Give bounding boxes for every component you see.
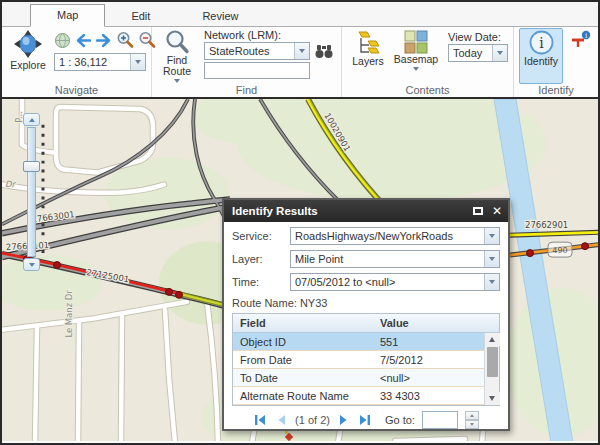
globe-icon[interactable] [54,32,71,49]
identify-route-locations-icon[interactable]: i [570,30,592,50]
layers-button[interactable]: Layers [346,29,390,68]
identify-results-dialog: Identify Results ✕ Service: RoadsHighway… [222,198,510,431]
application-window: Map Edit Review Explore [0,0,600,445]
time-combobox[interactable]: 07/05/2012 to <null> [290,273,500,291]
column-header-field: Field [233,314,373,332]
route-shield-label: 490 [552,246,567,255]
cell-field: To Date [233,372,373,384]
zoom-slider-thumb[interactable] [23,161,40,172]
table-row[interactable]: Alternate Route Name 33 4303 [233,387,499,405]
explore-button[interactable]: Explore [6,29,50,72]
cell-field: From Date [233,354,373,366]
explore-label: Explore [10,60,46,71]
street-label-dr: Dr [5,180,17,190]
time-label: Time: [232,276,290,288]
group-label-find: Find [152,84,341,96]
forward-arrow-icon[interactable] [95,32,113,49]
tab-map[interactable]: Map [30,4,105,27]
column-header-value: Value [373,314,499,332]
cell-value: 551 [373,336,499,348]
view-date-dropdown-button[interactable] [492,45,507,61]
zoom-in-icon[interactable] [116,31,135,49]
table-header-row: Field Value [233,314,499,333]
view-date-value: Today [449,47,492,59]
identify-button[interactable]: i Identify [519,28,563,84]
zoom-slider-track[interactable] [27,127,36,257]
layer-value: Mile Point [291,253,484,265]
service-label: Service: [232,230,290,242]
map-canvas[interactable]: 490 27663001 27663101 27125001 27662901 … [2,97,598,441]
find-route-label-2: Route [163,66,191,77]
dialog-title: Identify Results [232,205,318,217]
view-date-combobox[interactable]: Today [448,44,508,62]
group-label-identify: Identify [514,84,598,96]
network-lrm-label: Network (LRM): [204,29,281,41]
maximize-icon[interactable] [473,207,483,215]
info-circle-icon: i [528,29,555,56]
zoom-slider-down-button[interactable] [23,258,40,271]
scale-value: 1 : 36,112 [55,56,130,68]
layer-combobox[interactable]: Mile Point [290,250,500,268]
first-page-icon[interactable] [253,413,267,427]
scale-combobox[interactable]: 1 : 36,112 [54,53,146,71]
layer-tree-icon [355,30,381,56]
tab-review[interactable]: Review [176,6,264,27]
service-dropdown-button[interactable] [484,228,499,244]
record-pager: (1 of 2) Go to: [232,406,500,429]
back-arrow-icon[interactable] [74,32,92,49]
spinner-up-icon[interactable] [465,411,479,420]
group-contents: Layers Basemap View Date: Today Contents [342,27,514,97]
map-tiles-icon [404,30,428,54]
scrollbar-thumb[interactable] [487,347,498,377]
down-triangle-icon [29,263,35,267]
scroll-up-icon[interactable] [485,333,500,346]
dialog-titlebar[interactable]: Identify Results ✕ [224,200,508,222]
find-route-dropdown-arrow-icon [174,79,180,83]
layer-dropdown-button[interactable] [484,251,499,267]
network-lrm-dropdown-button[interactable] [294,43,309,59]
dialog-body: Service: RoadsHighways/NewYorkRoads Laye… [224,222,508,429]
group-label-navigate: Navigate [2,84,151,96]
goto-input[interactable] [422,411,458,429]
find-route-magnifier-icon [164,29,190,55]
basemap-dropdown-arrow-icon [413,67,419,71]
group-identify: i Identify i Identify [514,27,598,97]
spinner-down-icon[interactable] [465,420,479,429]
close-icon[interactable]: ✕ [492,206,502,216]
previous-page-icon[interactable] [274,413,288,427]
scroll-down-icon[interactable] [485,392,500,405]
last-page-icon[interactable] [358,413,372,427]
nav-tools-row [54,31,157,49]
svg-text:i: i [539,35,544,51]
attributes-table: Field Value Object ID 551 From Date 7/5/… [232,313,500,406]
find-route-button[interactable]: Find Route [156,28,198,84]
table-scrollbar[interactable] [484,333,499,405]
table-row[interactable]: Object ID 551 [233,333,499,351]
route-yellow-right [510,232,598,235]
table-row[interactable]: From Date 7/5/2012 [233,351,499,369]
binoculars-icon[interactable] [315,44,333,59]
service-combobox[interactable]: RoadsHighways/NewYorkRoads [290,227,500,245]
route-input[interactable] [204,62,310,79]
page-position-text: (1 of 2) [295,414,330,426]
route-label-27662901: 27662901 [525,220,568,230]
ribbon-tabbar: Map Edit Review [2,2,598,27]
time-dropdown-button[interactable] [484,274,499,290]
identify-label: Identify [524,56,558,67]
layer-label: Layer: [232,253,290,265]
basemap-button[interactable]: Basemap [392,29,440,72]
table-row[interactable]: To Date <null> [233,369,499,387]
next-page-icon[interactable] [337,413,351,427]
route-name-label: Route Name: [232,297,297,309]
street-label-le-manz-dr: Le Manz Dr [64,290,74,338]
ribbon: Explore [2,27,598,97]
tab-edit[interactable]: Edit [105,6,176,27]
cell-value: 7/5/2012 [373,354,499,366]
zoom-slider-up-button[interactable] [23,113,40,126]
scale-dropdown-button[interactable] [130,54,145,70]
cell-value: 33 4303 [373,390,499,402]
network-lrm-value: StateRoutes [205,45,294,57]
group-label-contents: Contents [342,84,513,96]
network-lrm-combobox[interactable]: StateRoutes [204,42,310,60]
up-triangle-icon [29,118,35,122]
